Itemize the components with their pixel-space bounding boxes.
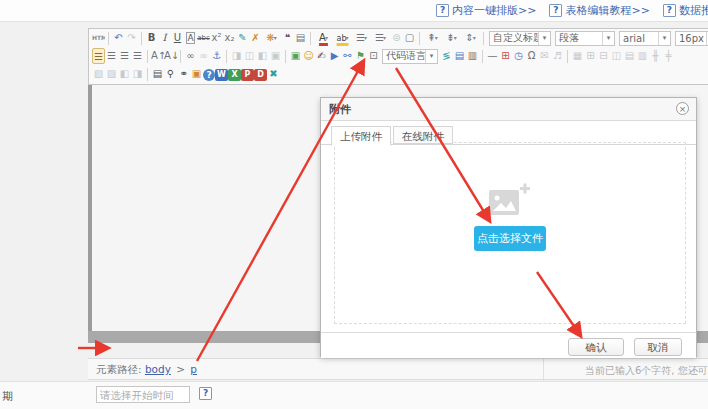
- toolbar-separator: [483, 32, 484, 45]
- align-center-icon[interactable]: ☰: [105, 48, 118, 64]
- search-replace-icon[interactable]: ⚭: [177, 66, 190, 82]
- line-height-icon[interactable]: ⇕▾: [461, 30, 480, 46]
- split-cells-icon[interactable]: ▥: [636, 48, 649, 64]
- delete-column-icon[interactable]: ◨: [131, 66, 144, 82]
- clear-format-icon[interactable]: ✗: [249, 30, 262, 46]
- redo-icon[interactable]: ↷: [125, 30, 138, 46]
- code-language-select[interactable]: 代码语言▾: [382, 49, 438, 64]
- tab-upload-attachment[interactable]: 上传附件: [331, 126, 391, 146]
- image-align-center-icon[interactable]: ◫: [243, 48, 256, 64]
- insert-music-icon[interactable]: ♬: [551, 48, 564, 64]
- font-border-icon[interactable]: A: [184, 30, 197, 46]
- custom-title-select[interactable]: 自定义标题▾: [489, 31, 551, 46]
- align-left-icon[interactable]: ☰: [92, 48, 105, 64]
- emotion-icon[interactable]: ☺: [302, 48, 315, 64]
- attachment-icon[interactable]: ⚯: [341, 48, 354, 64]
- map-icon[interactable]: ⚑: [354, 48, 367, 64]
- format-cleaner-icon[interactable]: ✖: [267, 66, 280, 82]
- font-size-increase-icon[interactable]: A↑: [151, 48, 164, 64]
- help-doc-link[interactable]: ?数据推送教程>>: [663, 3, 708, 18]
- ordered-list-icon[interactable]: ☰▾: [352, 30, 371, 46]
- path-link-body[interactable]: body: [145, 363, 171, 375]
- merge-cells-icon[interactable]: ▤: [623, 48, 636, 64]
- confirm-button[interactable]: 确认: [568, 338, 624, 356]
- tab-online-attachment[interactable]: 在线附件: [393, 126, 453, 144]
- paste-filter-icon[interactable]: ▤: [294, 30, 307, 46]
- import-pdf-icon[interactable]: P: [241, 69, 254, 81]
- import-ppt-icon[interactable]: D: [254, 69, 267, 81]
- delete-table-icon[interactable]: ⊞: [584, 48, 597, 64]
- remove-link-icon[interactable]: ∞: [197, 48, 210, 64]
- help-icon[interactable]: ?: [203, 69, 215, 81]
- image-align-right-icon[interactable]: ◧: [256, 48, 269, 64]
- format-painter-icon[interactable]: ✎: [236, 30, 249, 46]
- preview-icon[interactable]: ⚲: [164, 66, 177, 82]
- anchor-icon[interactable]: ⚓: [210, 48, 223, 64]
- blockquote-icon[interactable]: ❝: [281, 30, 294, 46]
- path-link-p[interactable]: p: [190, 363, 197, 375]
- image-align-none-icon[interactable]: ▣: [269, 48, 282, 64]
- insert-link-icon[interactable]: ∞: [184, 48, 197, 64]
- font-family-select[interactable]: arial▾: [619, 31, 671, 46]
- undo-icon[interactable]: ↶: [112, 30, 125, 46]
- cancel-button[interactable]: 取消: [634, 338, 682, 356]
- align-right-icon[interactable]: ☰: [118, 48, 131, 64]
- simple-upload-icon[interactable]: ▤: [453, 48, 466, 64]
- help-doc-link[interactable]: ?内容一键排版>>: [436, 3, 536, 18]
- template-icon[interactable]: ▣: [190, 66, 203, 82]
- image-align-left-icon[interactable]: ◨: [230, 48, 243, 64]
- insert-date-icon[interactable]: ⊞: [499, 48, 512, 64]
- date-field-label: 期: [2, 389, 13, 404]
- new-page-icon[interactable]: ▢: [403, 30, 416, 46]
- cite-icon[interactable]: ✉: [538, 48, 551, 64]
- upload-dropzone[interactable]: 点击选择文件: [334, 142, 686, 324]
- insert-video-icon[interactable]: ▶: [328, 48, 341, 64]
- document-library-icon[interactable]: ▥: [466, 48, 479, 64]
- insert-table-icon[interactable]: ▦: [571, 48, 584, 64]
- paragraph-spacing-top-icon[interactable]: ⇞▾: [423, 30, 442, 46]
- table-border-icon[interactable]: ╫: [649, 48, 662, 64]
- strikethrough-icon[interactable]: abc: [197, 30, 210, 46]
- special-characters-icon[interactable]: Ω: [525, 48, 538, 64]
- bold-icon[interactable]: B: [145, 30, 158, 46]
- insert-row-icon[interactable]: ⊟: [597, 48, 610, 64]
- table-sort-icon[interactable]: ▧: [92, 66, 105, 82]
- screen-snapshot-icon[interactable]: ⊡: [367, 48, 380, 64]
- insert-column-icon[interactable]: ◫: [610, 48, 623, 64]
- align-justify-icon[interactable]: ☰: [131, 48, 144, 64]
- delete-row-icon[interactable]: ◧: [118, 66, 131, 82]
- font-size-select[interactable]: 16px▾: [675, 31, 708, 46]
- auto-typeset-icon[interactable]: ❋▾: [262, 30, 281, 46]
- table-title-icon[interactable]: ╪: [662, 48, 675, 64]
- dialog-footer: 确认 取消: [321, 332, 696, 358]
- scrawl-icon[interactable]: ✍: [315, 48, 328, 64]
- subscript-icon[interactable]: x₂: [223, 30, 236, 46]
- start-time-input[interactable]: [96, 386, 190, 403]
- help-icon: ?: [436, 4, 449, 17]
- font-color-icon[interactable]: A▾: [314, 30, 333, 46]
- help-icon[interactable]: ?: [199, 387, 212, 400]
- table-shade-icon[interactable]: ▨: [105, 66, 118, 82]
- insert-code-icon[interactable]: ≶: [440, 48, 453, 64]
- italic-icon[interactable]: I: [158, 30, 171, 46]
- help-doc-link[interactable]: ?表格编辑教程>>: [549, 3, 649, 18]
- upload-select-button[interactable]: 点击选择文件: [474, 226, 546, 251]
- paragraph-spacing-bottom-icon[interactable]: ⇟▾: [442, 30, 461, 46]
- close-icon[interactable]: ×: [676, 102, 689, 115]
- paragraph-select[interactable]: 段落▾: [555, 31, 615, 46]
- import-word-icon[interactable]: W: [215, 69, 228, 81]
- underline-icon[interactable]: U: [171, 30, 184, 46]
- background-color-icon[interactable]: ab▾: [333, 30, 352, 46]
- element-path-links: body > p: [145, 363, 197, 375]
- source-code-icon[interactable]: HTML: [92, 30, 105, 46]
- superscript-icon[interactable]: x²: [210, 30, 223, 46]
- print-icon[interactable]: ▤: [151, 66, 164, 82]
- unordered-list-icon[interactable]: ☰▾: [371, 30, 390, 46]
- font-size-decrease-icon[interactable]: A↓: [164, 48, 177, 64]
- word-image-icon[interactable]: ⊜: [390, 30, 403, 46]
- insert-time-icon[interactable]: ◷: [512, 48, 525, 64]
- import-excel-icon[interactable]: X: [228, 69, 241, 81]
- horizontal-rule-icon[interactable]: —: [486, 48, 499, 64]
- toolbar-separator: [147, 68, 148, 81]
- insert-image-icon[interactable]: ▣: [289, 48, 302, 64]
